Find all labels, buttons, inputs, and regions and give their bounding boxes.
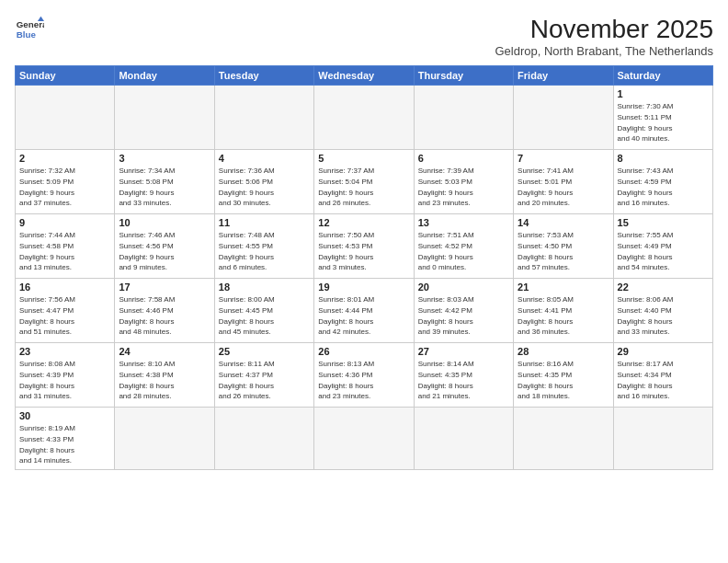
col-tuesday: Tuesday [214, 66, 313, 86]
day-24: 24 Sunrise: 8:10 AM Sunset: 4:38 PM Dayl… [115, 343, 214, 408]
day-info: Sunrise: 7:46 AM Sunset: 4:56 PM Dayligh… [119, 231, 175, 271]
empty-cell [414, 86, 513, 150]
day-20: 20 Sunrise: 8:03 AM Sunset: 4:42 PM Dayl… [414, 279, 513, 343]
day-16: 16 Sunrise: 7:56 AM Sunset: 4:47 PM Dayl… [16, 279, 115, 343]
day-info: Sunrise: 7:32 AM Sunset: 5:09 PM Dayligh… [19, 167, 75, 207]
day-info: Sunrise: 8:17 AM Sunset: 4:34 PM Dayligh… [618, 360, 674, 400]
day-info: Sunrise: 8:03 AM Sunset: 4:42 PM Dayligh… [418, 295, 474, 336]
day-number: 21 [518, 282, 609, 293]
day-1: 1 Sunrise: 7:30 AM Sunset: 5:11 PM Dayli… [613, 86, 712, 150]
table-row: 9 Sunrise: 7:44 AM Sunset: 4:58 PM Dayli… [16, 214, 713, 279]
day-info: Sunrise: 7:36 AM Sunset: 5:06 PM Dayligh… [219, 167, 275, 207]
calendar-table: Sunday Monday Tuesday Wednesday Thursday… [15, 65, 713, 470]
day-number: 25 [219, 346, 310, 357]
day-info: Sunrise: 7:50 AM Sunset: 4:53 PM Dayligh… [318, 231, 374, 271]
day-info: Sunrise: 7:56 AM Sunset: 4:47 PM Dayligh… [19, 295, 75, 336]
day-info: Sunrise: 7:43 AM Sunset: 4:59 PM Dayligh… [618, 167, 674, 207]
table-row: 16 Sunrise: 7:56 AM Sunset: 4:47 PM Dayl… [16, 279, 713, 343]
day-info: Sunrise: 8:16 AM Sunset: 4:35 PM Dayligh… [518, 360, 574, 400]
col-monday: Monday [115, 66, 214, 86]
day-2: 2 Sunrise: 7:32 AM Sunset: 5:09 PM Dayli… [16, 150, 115, 214]
empty-cell [214, 86, 313, 150]
empty-cell [16, 86, 115, 150]
day-info: Sunrise: 7:39 AM Sunset: 5:03 PM Dayligh… [418, 167, 474, 207]
col-thursday: Thursday [414, 66, 513, 86]
empty-cell [214, 408, 313, 470]
day-26: 26 Sunrise: 8:13 AM Sunset: 4:36 PM Dayl… [314, 343, 414, 408]
day-12: 12 Sunrise: 7:50 AM Sunset: 4:53 PM Dayl… [314, 214, 414, 279]
weekday-header-row: Sunday Monday Tuesday Wednesday Thursday… [16, 66, 713, 86]
day-25: 25 Sunrise: 8:11 AM Sunset: 4:37 PM Dayl… [214, 343, 313, 408]
day-number: 26 [318, 346, 409, 357]
day-6: 6 Sunrise: 7:39 AM Sunset: 5:03 PM Dayli… [414, 150, 513, 214]
day-info: Sunrise: 7:34 AM Sunset: 5:08 PM Dayligh… [119, 167, 175, 207]
col-sunday: Sunday [16, 66, 115, 86]
day-5: 5 Sunrise: 7:37 AM Sunset: 5:04 PM Dayli… [314, 150, 414, 214]
day-info: Sunrise: 8:14 AM Sunset: 4:35 PM Dayligh… [418, 360, 474, 400]
col-friday: Friday [514, 66, 613, 86]
svg-text:Blue: Blue [17, 29, 37, 40]
day-number: 19 [318, 282, 409, 293]
empty-cell [514, 408, 613, 470]
day-number: 10 [119, 217, 210, 228]
table-row: 23 Sunrise: 8:08 AM Sunset: 4:39 PM Dayl… [16, 343, 713, 408]
day-info: Sunrise: 8:19 AM Sunset: 4:33 PM Dayligh… [19, 424, 75, 465]
day-number: 24 [119, 346, 210, 357]
col-saturday: Saturday [613, 66, 712, 86]
day-number: 14 [518, 217, 609, 228]
day-number: 3 [119, 153, 210, 164]
day-number: 7 [518, 153, 609, 164]
day-number: 6 [418, 153, 509, 164]
day-number: 5 [318, 153, 409, 164]
day-18: 18 Sunrise: 8:00 AM Sunset: 4:45 PM Dayl… [214, 279, 313, 343]
day-number: 23 [19, 346, 110, 357]
empty-cell [115, 86, 214, 150]
table-row: 30 Sunrise: 8:19 AM Sunset: 4:33 PM Dayl… [16, 408, 713, 470]
table-row: 1 Sunrise: 7:30 AM Sunset: 5:11 PM Dayli… [16, 86, 713, 150]
day-info: Sunrise: 8:13 AM Sunset: 4:36 PM Dayligh… [318, 360, 374, 400]
day-info: Sunrise: 8:10 AM Sunset: 4:38 PM Dayligh… [119, 360, 175, 400]
day-number: 12 [318, 217, 409, 228]
day-info: Sunrise: 7:41 AM Sunset: 5:01 PM Dayligh… [518, 167, 574, 207]
day-info: Sunrise: 8:05 AM Sunset: 4:41 PM Dayligh… [518, 295, 574, 336]
location-subtitle: Geldrop, North Brabant, The Netherlands [495, 44, 713, 58]
empty-cell [314, 408, 414, 470]
day-4: 4 Sunrise: 7:36 AM Sunset: 5:06 PM Dayli… [214, 150, 313, 214]
day-21: 21 Sunrise: 8:05 AM Sunset: 4:41 PM Dayl… [514, 279, 613, 343]
day-info: Sunrise: 7:44 AM Sunset: 4:58 PM Dayligh… [19, 231, 75, 271]
day-info: Sunrise: 7:53 AM Sunset: 4:50 PM Dayligh… [518, 231, 574, 271]
day-info: Sunrise: 8:08 AM Sunset: 4:39 PM Dayligh… [19, 360, 75, 400]
day-info: Sunrise: 7:58 AM Sunset: 4:46 PM Dayligh… [119, 295, 175, 336]
table-row: 2 Sunrise: 7:32 AM Sunset: 5:09 PM Dayli… [16, 150, 713, 214]
day-info: Sunrise: 7:48 AM Sunset: 4:55 PM Dayligh… [219, 231, 275, 271]
day-number: 22 [618, 282, 709, 293]
title-block: November 2025 Geldrop, North Brabant, Th… [495, 15, 713, 58]
day-22: 22 Sunrise: 8:06 AM Sunset: 4:40 PM Dayl… [613, 279, 712, 343]
day-11: 11 Sunrise: 7:48 AM Sunset: 4:55 PM Dayl… [214, 214, 313, 279]
day-13: 13 Sunrise: 7:51 AM Sunset: 4:52 PM Dayl… [414, 214, 513, 279]
day-number: 16 [19, 282, 110, 293]
day-15: 15 Sunrise: 7:55 AM Sunset: 4:49 PM Dayl… [613, 214, 712, 279]
day-27: 27 Sunrise: 8:14 AM Sunset: 4:35 PM Dayl… [414, 343, 513, 408]
day-9: 9 Sunrise: 7:44 AM Sunset: 4:58 PM Dayli… [16, 214, 115, 279]
day-19: 19 Sunrise: 8:01 AM Sunset: 4:44 PM Dayl… [314, 279, 414, 343]
day-info: Sunrise: 7:55 AM Sunset: 4:49 PM Dayligh… [618, 231, 674, 271]
day-number: 30 [19, 410, 110, 421]
header: General Blue November 2025 Geldrop, Nort… [15, 15, 713, 58]
day-info: Sunrise: 7:37 AM Sunset: 5:04 PM Dayligh… [318, 167, 374, 207]
day-7: 7 Sunrise: 7:41 AM Sunset: 5:01 PM Dayli… [514, 150, 613, 214]
day-number: 27 [418, 346, 509, 357]
day-10: 10 Sunrise: 7:46 AM Sunset: 4:56 PM Dayl… [115, 214, 214, 279]
logo: General Blue [15, 15, 44, 44]
day-23: 23 Sunrise: 8:08 AM Sunset: 4:39 PM Dayl… [16, 343, 115, 408]
empty-cell [514, 86, 613, 150]
day-number: 20 [418, 282, 509, 293]
day-info: Sunrise: 8:11 AM Sunset: 4:37 PM Dayligh… [219, 360, 275, 400]
month-title: November 2025 [495, 15, 713, 44]
day-number: 8 [618, 153, 709, 164]
day-number: 18 [219, 282, 310, 293]
day-number: 13 [418, 217, 509, 228]
day-info: Sunrise: 8:00 AM Sunset: 4:45 PM Dayligh… [219, 295, 275, 336]
day-number: 2 [19, 153, 110, 164]
generalblue-logo-icon: General Blue [15, 15, 44, 44]
